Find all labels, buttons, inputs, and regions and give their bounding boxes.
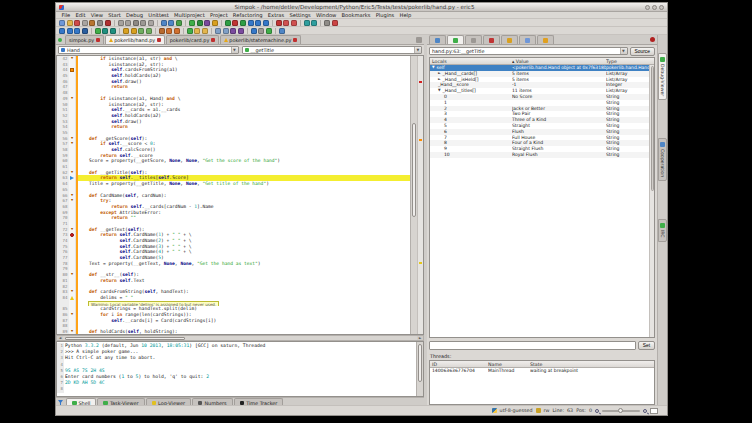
scroll-right-icon[interactable]: ► [417, 336, 423, 340]
variable-row[interactable]: 10Royal FlushString [430, 152, 654, 158]
redo-button[interactable] [125, 20, 131, 26]
search-in-files-button[interactable] [194, 28, 200, 34]
debug-script-button[interactable] [197, 20, 203, 26]
fold-marker-icon[interactable]: ▼ [71, 194, 73, 198]
menu-plugins[interactable]: Plugins [373, 12, 397, 18]
scrollbar-thumb[interactable] [65, 337, 185, 340]
fold-marker-icon[interactable]: ▼ [71, 313, 73, 317]
locals-header-name[interactable]: Locals [430, 59, 512, 64]
scrollbar-thumb[interactable] [412, 123, 416, 218]
variables-filter-input[interactable] [429, 341, 636, 350]
start-debugger-button[interactable] [225, 20, 231, 26]
shell-panel[interactable]: 1Python 3.3.2 (default, Jun 10 2013, 18:… [56, 341, 424, 397]
mail-button[interactable] [258, 28, 264, 34]
globals-variables-tab[interactable] [429, 35, 446, 44]
preferences-button[interactable] [324, 20, 330, 26]
help-viewer-button[interactable] [332, 20, 338, 26]
fold-marker-icon[interactable]: ▼ [71, 273, 73, 277]
menu-file[interactable]: File [59, 12, 73, 18]
undo-button[interactable] [118, 20, 124, 26]
unittest-restart-button[interactable] [311, 20, 317, 26]
exceptions-tab[interactable] [537, 35, 554, 44]
goto-line-button[interactable] [176, 20, 182, 26]
goto-last-edit-button[interactable] [159, 28, 165, 34]
close-button[interactable] [659, 5, 664, 10]
continue-debugger-button[interactable] [240, 20, 246, 26]
locals-vertical-scrollbar[interactable] [649, 65, 654, 337]
save-file-button[interactable] [74, 20, 80, 26]
replace-in-files-button[interactable] [202, 28, 208, 34]
scrollbar-thumb[interactable] [651, 66, 654, 191]
editor-tab-simpok-py[interactable]: simpok.py [65, 35, 104, 44]
locals-table-header[interactable]: Locals ▴ Value Type [430, 58, 654, 65]
step-out-button[interactable] [263, 20, 269, 26]
side-tab-debug-viewer[interactable]: Debug-Viewer [658, 53, 667, 100]
menu-edit[interactable]: Edit [73, 12, 88, 18]
previous-breakpoint-button[interactable] [291, 20, 297, 26]
editor-vertical-scrollbar[interactable] [410, 56, 417, 334]
locals-variables-tab[interactable] [447, 35, 464, 44]
toggle-breakpoint-button[interactable] [276, 20, 282, 26]
scrollbar-thumb[interactable] [418, 344, 422, 382]
run-script-button[interactable] [189, 20, 195, 26]
new-task-button[interactable] [95, 28, 101, 34]
breakpoints-tab[interactable] [483, 35, 500, 44]
marker-margin[interactable]: ▼ [69, 329, 76, 335]
fold-marker-icon[interactable]: ▼ [71, 330, 73, 334]
whats-this-help-button[interactable] [279, 28, 285, 34]
fold-marker-icon[interactable]: ▼ [71, 290, 73, 294]
step-into-button[interactable] [248, 20, 254, 26]
previous-change-button[interactable] [166, 28, 172, 34]
editor-tab-pokerlib-card-py[interactable]: pokerlib/card.py [166, 35, 219, 44]
zoom-out-icon[interactable] [595, 409, 599, 413]
tab-list-icon[interactable] [416, 37, 422, 43]
menu-help[interactable]: Help [397, 12, 414, 18]
next-bookmark-button[interactable] [67, 28, 73, 34]
unittest-button[interactable] [304, 20, 310, 26]
save-all-button[interactable] [89, 20, 95, 26]
editor-tab-pokerlib-statemachine-py[interactable]: pokerlib/statemachine.py [220, 35, 301, 44]
menu-project[interactable]: Project [207, 12, 230, 18]
calltip-button[interactable] [110, 28, 116, 34]
zoom-slider-thumb[interactable] [618, 408, 623, 413]
next-change-button[interactable] [174, 28, 180, 34]
threads-table-header[interactable]: ID Name State [430, 361, 654, 368]
fold-marker-icon[interactable]: ▼ [71, 228, 73, 232]
new-file-button[interactable] [59, 20, 65, 26]
remove-split-button[interactable] [238, 28, 244, 34]
step-over-button[interactable] [255, 20, 261, 26]
autocomplete-button[interactable] [102, 28, 108, 34]
side-tab-irc[interactable]: IRC [658, 219, 667, 242]
threads-header-name[interactable]: Name [488, 362, 530, 367]
set-filter-button[interactable]: Set [638, 341, 655, 350]
uncomment-code-button[interactable] [146, 28, 152, 34]
profile-script-button[interactable] [204, 20, 210, 26]
unindent-button[interactable] [131, 28, 137, 34]
maximize-button[interactable] [652, 5, 657, 10]
shade-button[interactable] [645, 5, 650, 10]
menu-extras[interactable]: Extras [265, 12, 287, 18]
zoom-in-editor-button[interactable] [223, 28, 229, 34]
copy-button[interactable] [140, 20, 146, 26]
open-file-button[interactable] [67, 20, 73, 26]
menu-bookmarks[interactable]: Bookmarks [339, 12, 373, 18]
close-file-button[interactable] [105, 20, 111, 26]
check-syntax-button[interactable] [212, 20, 218, 26]
method-selector-combo[interactable]: __getTitle ▼ [242, 46, 423, 54]
spell-check-button[interactable] [187, 28, 193, 34]
clear-bookmarks-button[interactable] [82, 28, 88, 34]
source-button[interactable]: Source [630, 47, 656, 56]
zoom-out-editor-button[interactable] [215, 28, 221, 34]
class-selector-combo[interactable]: Hand ▼ [58, 46, 239, 54]
locals-header-type[interactable]: Type [606, 59, 654, 64]
menu-window[interactable]: Window [313, 12, 339, 18]
threads-header-state[interactable]: State [530, 362, 654, 367]
window-titlebar[interactable]: Simpok - /home/detlev/Development/Python… [56, 3, 667, 12]
shell-vertical-scrollbar[interactable] [416, 342, 423, 396]
menu-unittest[interactable]: Unittest [146, 12, 172, 18]
stop-debugger-button[interactable] [232, 20, 238, 26]
menu-start[interactable]: Start [106, 12, 124, 18]
locals-variables-table[interactable]: Locals ▴ Value Type ▼self<pokerlib.hand.… [429, 57, 655, 338]
close-tab-icon[interactable] [96, 38, 100, 42]
call-stack-tab[interactable] [465, 35, 482, 44]
